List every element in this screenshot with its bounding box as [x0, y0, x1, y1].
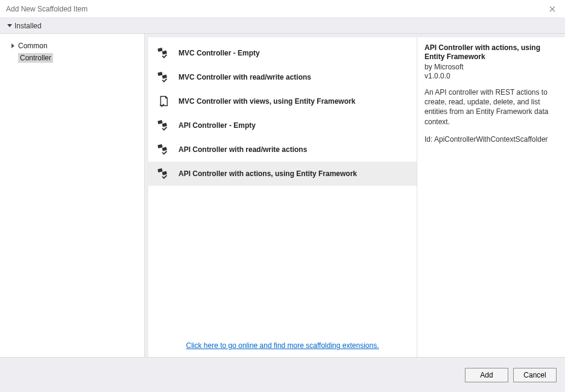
scaffold-panel: MVC Controller - Empty MVC Controller wi… [148, 37, 417, 357]
controller-icon [157, 167, 170, 180]
details-version: v1.0.0.0 [425, 72, 559, 80]
titlebar: Add New Scaffolded Item [0, 0, 565, 18]
sidebar: Common Controller [0, 34, 145, 357]
svg-rect-3 [162, 74, 168, 78]
sidebar-item-controller[interactable]: Controller [0, 52, 144, 64]
svg-rect-7 [162, 147, 168, 151]
close-button[interactable] [544, 1, 560, 17]
sidebar-item-common[interactable]: Common [0, 40, 144, 52]
scaffold-item-api-readwrite[interactable]: API Controller with read/write actions [148, 138, 417, 162]
controller-views-icon [157, 95, 170, 108]
cancel-button[interactable]: Cancel [513, 368, 557, 382]
scaffold-item-mvc-views-ef[interactable]: MVC Controller with views, using Entity … [148, 89, 417, 113]
tab-installed-label: Installed [14, 22, 42, 30]
svg-rect-9 [162, 171, 168, 175]
scaffold-item-api-ef[interactable]: API Controller with actions, using Entit… [148, 162, 417, 186]
online-extensions-link[interactable]: Click here to go online and find more sc… [148, 341, 417, 350]
scaffold-item-api-empty[interactable]: API Controller - Empty [148, 113, 417, 138]
details-id: Id: ApiControllerWithContextScaffolder [425, 135, 559, 144]
scaffold-item-label: API Controller with read/write actions [178, 145, 307, 154]
dialog-footer: Add Cancel [0, 357, 565, 392]
scaffold-list: MVC Controller - Empty MVC Controller wi… [148, 37, 417, 186]
dialog-body: Common Controller MVC Controller - Empty… [0, 34, 565, 357]
controller-icon [157, 46, 170, 60]
window-title: Add New Scaffolded Item [6, 5, 87, 13]
tab-installed[interactable]: Installed [4, 21, 45, 31]
controller-icon [157, 119, 170, 132]
details-description: An API controller with REST actions to c… [425, 87, 559, 127]
scaffold-item-label: API Controller with actions, using Entit… [178, 169, 357, 178]
scaffold-item-label: API Controller - Empty [178, 121, 256, 130]
svg-rect-2 [157, 72, 163, 76]
controller-icon [157, 71, 170, 84]
svg-rect-0 [157, 48, 163, 52]
sidebar-item-label: Common [18, 42, 48, 50]
sidebar-item-label: Controller [18, 53, 53, 63]
controller-icon [157, 143, 170, 156]
svg-rect-4 [157, 120, 163, 124]
scaffold-item-label: MVC Controller with views, using Entity … [178, 97, 355, 106]
details-title: API Controller with actions, using Entit… [425, 43, 559, 62]
category-bar: Installed [0, 18, 565, 34]
svg-rect-6 [157, 144, 163, 148]
svg-rect-1 [162, 50, 168, 54]
details-panel: API Controller with actions, using Entit… [417, 37, 565, 357]
scaffold-item-mvc-readwrite[interactable]: MVC Controller with read/write actions [148, 65, 417, 89]
scaffold-item-label: MVC Controller - Empty [178, 49, 260, 57]
svg-rect-5 [162, 122, 168, 127]
svg-rect-8 [157, 168, 163, 172]
add-button[interactable]: Add [465, 368, 508, 382]
scaffold-item-mvc-empty[interactable]: MVC Controller - Empty [148, 41, 417, 65]
chevron-right-icon [10, 43, 16, 48]
chevron-down-icon [7, 24, 12, 27]
details-author: by Microsoft [425, 63, 559, 71]
close-icon [549, 6, 555, 12]
scaffold-item-label: MVC Controller with read/write actions [178, 73, 311, 81]
